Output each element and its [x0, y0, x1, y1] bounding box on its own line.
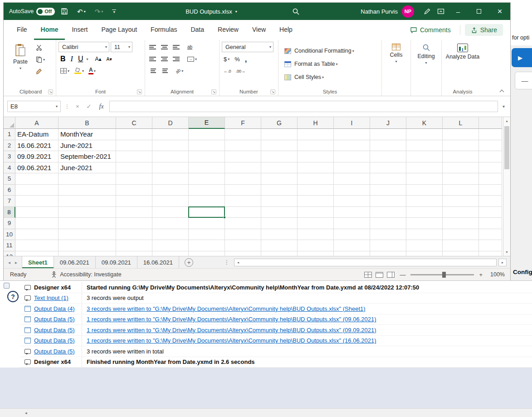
log-message[interactable]: 3 records were written to "G:\My Drive\M…: [82, 305, 366, 312]
font-color-button[interactable]: A ▾: [87, 66, 98, 76]
autosave-toggle[interactable]: Off: [36, 8, 55, 15]
cell-A12[interactable]: [15, 251, 59, 256]
ribbon-display-options-button[interactable]: [434, 3, 448, 20]
cell-L10[interactable]: [443, 229, 479, 240]
cell-G7[interactable]: [261, 196, 298, 207]
cell-B8[interactable]: [59, 207, 116, 218]
row-header-5[interactable]: 5: [4, 173, 15, 185]
cell-H2[interactable]: [298, 140, 334, 152]
decrease-font-size-button[interactable]: A▾: [105, 54, 114, 64]
scroll-up-icon[interactable]: ▴: [503, 117, 510, 125]
user-name[interactable]: Nathan Purvis: [361, 8, 398, 15]
cell-H12[interactable]: [298, 251, 334, 256]
cell-F5[interactable]: [225, 173, 261, 185]
row-header-2[interactable]: 2: [4, 140, 15, 152]
cell-L7[interactable]: [443, 196, 479, 207]
cell-H3[interactable]: [298, 151, 334, 162]
cell-B7[interactable]: [59, 196, 116, 207]
cell-I12[interactable]: [334, 251, 370, 256]
cell-A2[interactable]: 16.06.2021: [15, 140, 59, 152]
page-layout-view-button[interactable]: [376, 272, 383, 278]
sheet-tab-16-06-2021[interactable]: 16.06.2021: [137, 256, 179, 268]
cell-I3[interactable]: [334, 151, 370, 162]
cell-F7[interactable]: [225, 196, 261, 207]
avatar[interactable]: NP: [402, 5, 414, 18]
column-header-g[interactable]: G: [261, 117, 298, 129]
dialog-launcher-icon[interactable]: ↘: [137, 89, 142, 94]
cell-K10[interactable]: [406, 229, 443, 240]
log-message[interactable]: 1 records were written to "G:\My Drive\M…: [82, 327, 376, 334]
cell-J10[interactable]: [370, 229, 406, 240]
cell-G6[interactable]: [261, 185, 298, 196]
column-header-i[interactable]: I: [334, 117, 370, 129]
cell-G10[interactable]: [261, 229, 298, 240]
cell-E6[interactable]: [189, 185, 225, 196]
column-header-e[interactable]: E: [189, 117, 225, 129]
conditional-formatting-button[interactable]: Conditional Formatting ▾: [283, 45, 379, 56]
cell-K2[interactable]: [406, 140, 443, 152]
maximize-button[interactable]: [469, 3, 489, 20]
comments-button[interactable]: Comments: [405, 24, 455, 36]
tab-page-layout[interactable]: Page Layout: [94, 20, 144, 40]
cell-E3[interactable]: [189, 151, 225, 162]
cell-K6[interactable]: [406, 185, 443, 196]
scroll-left-icon[interactable]: ◂: [25, 411, 27, 415]
cell-I11[interactable]: [334, 240, 370, 251]
zoom-level[interactable]: 100%: [488, 271, 505, 278]
undo-button[interactable]: ↶ ▾: [74, 3, 89, 20]
cell-J11[interactable]: [370, 240, 406, 251]
log-message[interactable]: 1 records were written to "G:\My Drive\M…: [82, 337, 376, 344]
wrap-text-button[interactable]: ab: [185, 42, 194, 52]
cell-E4[interactable]: [189, 162, 225, 174]
cell-A4[interactable]: 09.06.2021: [15, 162, 59, 174]
underline-button[interactable]: U: [76, 54, 85, 64]
tab-data[interactable]: Data: [184, 20, 211, 40]
cell-G5[interactable]: [261, 173, 298, 185]
cell-A8[interactable]: [15, 207, 59, 218]
fill-color-button[interactable]: ▾: [73, 66, 86, 76]
cell-A6[interactable]: [15, 185, 59, 196]
cell-H6[interactable]: [298, 185, 334, 196]
copy-button[interactable]: ▾: [34, 54, 47, 64]
expand-formula-bar-button[interactable]: ▾: [501, 104, 507, 109]
dialog-launcher-icon[interactable]: ↘: [270, 89, 275, 94]
align-bottom-button[interactable]: [171, 42, 181, 52]
select-all-corner[interactable]: [4, 117, 15, 129]
cell-K12[interactable]: [406, 251, 443, 256]
tab-view[interactable]: View: [245, 20, 273, 40]
cell-K9[interactable]: [406, 218, 443, 229]
cell-H11[interactable]: [298, 240, 334, 251]
tab-insert[interactable]: Insert: [65, 20, 94, 40]
column-header-j[interactable]: J: [370, 117, 406, 129]
scroll-right-button[interactable]: ▸: [498, 259, 507, 266]
cell-C5[interactable]: [116, 173, 152, 185]
cell-D12[interactable]: [152, 251, 189, 256]
sheet-nav-left-icon[interactable]: ◂: [8, 260, 10, 265]
cell-A1[interactable]: EA-Datum: [15, 129, 59, 140]
cell-D9[interactable]: [152, 218, 189, 229]
cell-C7[interactable]: [116, 196, 152, 207]
zoom-slider[interactable]: [410, 274, 474, 275]
cell-H7[interactable]: [298, 196, 334, 207]
column-header-d[interactable]: D: [152, 117, 189, 129]
tab-review[interactable]: Review: [211, 20, 245, 40]
cell-D6[interactable]: [152, 185, 189, 196]
percent-style-button[interactable]: %: [233, 54, 242, 64]
minimize-button[interactable]: –: [448, 3, 469, 20]
cell-G8[interactable]: [261, 207, 298, 218]
cell-J12[interactable]: [370, 251, 406, 256]
italic-button[interactable]: I: [69, 54, 75, 64]
cell-D3[interactable]: [152, 151, 189, 162]
sheet-nav-right-icon[interactable]: ▸: [15, 260, 17, 265]
cell-C3[interactable]: [116, 151, 152, 162]
cell-B3[interactable]: September-2021: [59, 151, 116, 162]
cell-K5[interactable]: [406, 173, 443, 185]
cell-B12[interactable]: [59, 251, 116, 256]
cell-D2[interactable]: [152, 140, 189, 152]
cell-E1[interactable]: [189, 129, 225, 140]
save-button[interactable]: [58, 3, 71, 20]
cell-J7[interactable]: [370, 196, 406, 207]
cell-K8[interactable]: [406, 207, 443, 218]
cell-E12[interactable]: [189, 251, 225, 256]
cell-I4[interactable]: [334, 162, 370, 174]
